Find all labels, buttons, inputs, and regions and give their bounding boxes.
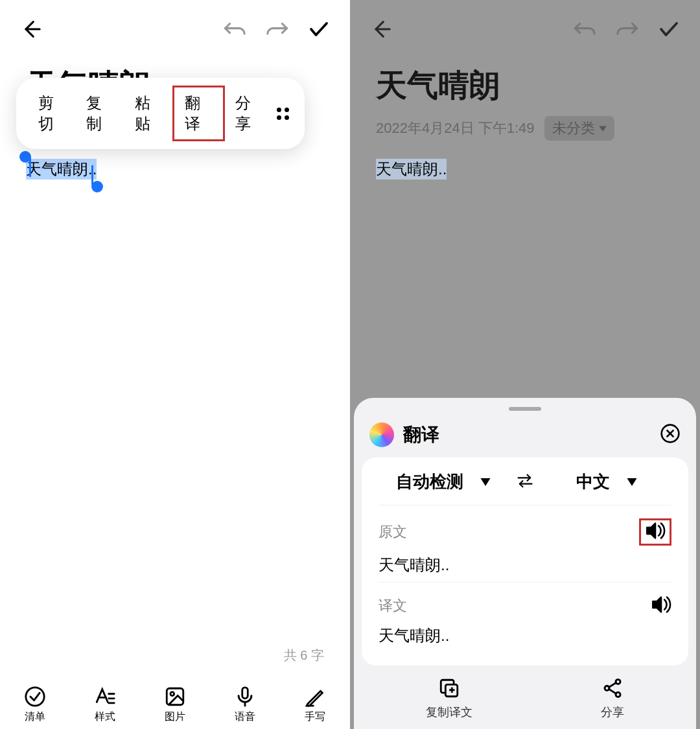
translated-section: 译文 天气晴朗.. <box>379 583 671 653</box>
text-context-menu: 剪切 复制 粘贴 翻译 分享 <box>16 78 305 149</box>
svg-marker-17 <box>481 478 491 486</box>
menu-translate[interactable]: 翻译 <box>172 86 224 141</box>
menu-copy[interactable]: 复制 <box>76 87 124 139</box>
confirm-icon[interactable] <box>657 17 681 41</box>
undo-icon[interactable] <box>574 21 596 38</box>
topbar <box>350 0 700 58</box>
chevron-down-icon <box>480 478 491 486</box>
toolbar-image[interactable]: 图片 <box>164 686 186 724</box>
selected-text[interactable]: 天气晴朗.. <box>376 159 447 179</box>
svg-marker-20 <box>627 478 637 486</box>
toolbar-checklist[interactable]: 清单 <box>24 686 46 724</box>
translate-card: 自动检测 中文 原文 天气晴朗.. <box>362 457 688 665</box>
note-title[interactable]: 天气晴朗 <box>350 65 700 106</box>
svg-point-2 <box>26 688 44 706</box>
target-language-select[interactable]: 中文 <box>542 470 671 493</box>
category-chip[interactable]: 未分类 <box>544 116 614 141</box>
translated-text: 天气晴朗.. <box>379 625 671 646</box>
copy-translation-button[interactable]: 复制译文 <box>426 677 472 720</box>
back-icon[interactable] <box>369 18 391 40</box>
translate-panel: 翻译 自动检测 中文 原文 <box>354 398 696 729</box>
panel-actions: 复制译文 分享 <box>362 665 688 729</box>
swap-icon[interactable] <box>508 473 542 491</box>
confirm-icon[interactable] <box>307 17 331 41</box>
svg-marker-21 <box>647 524 655 538</box>
screen-translate-panel: 天气晴朗 2022年4月24日 下午1:49 未分类 天气晴朗.. 翻译 自动检… <box>350 0 700 729</box>
screen-notes-editor: 天气晴朗 2022年4月24日 下午1:49 未分类 天气晴朗.. 剪切 复制 … <box>0 0 350 729</box>
word-count: 共 6 字 <box>284 647 324 664</box>
original-section: 原文 天气晴朗.. <box>379 505 671 582</box>
topbar <box>0 0 350 58</box>
note-body[interactable]: 天气晴朗.. <box>0 159 350 179</box>
panel-header: 翻译 <box>354 419 696 457</box>
chevron-down-icon <box>627 478 637 486</box>
svg-point-8 <box>170 692 174 696</box>
redo-icon[interactable] <box>616 21 638 38</box>
menu-share[interactable]: 分享 <box>225 87 273 139</box>
selection-handle-end[interactable] <box>91 181 103 192</box>
svg-rect-7 <box>167 688 183 705</box>
speak-translated-icon[interactable] <box>651 596 671 616</box>
selection-handle-start[interactable] <box>19 151 31 163</box>
bottom-toolbar: 清单 样式 图片 语音 手写 <box>0 678 350 729</box>
share-translation-button[interactable]: 分享 <box>601 677 624 720</box>
svg-rect-9 <box>242 688 248 699</box>
menu-cut[interactable]: 剪切 <box>28 87 76 139</box>
toolbar-voice[interactable]: 语音 <box>234 686 256 724</box>
menu-paste[interactable]: 粘贴 <box>124 87 172 139</box>
toolbar-style[interactable]: 样式 <box>94 686 116 724</box>
toolbar-handwrite[interactable]: 手写 <box>304 686 326 724</box>
speak-original-icon[interactable] <box>639 518 671 546</box>
back-icon[interactable] <box>19 18 41 40</box>
language-row: 自动检测 中文 <box>379 470 671 505</box>
undo-icon[interactable] <box>224 21 246 38</box>
svg-marker-13 <box>599 126 607 131</box>
drag-handle[interactable] <box>509 407 541 411</box>
original-label: 原文 <box>379 522 407 542</box>
panel-title: 翻译 <box>403 422 651 447</box>
note-body[interactable]: 天气晴朗.. <box>350 159 700 179</box>
close-icon[interactable] <box>660 423 681 446</box>
svg-marker-22 <box>653 597 661 612</box>
note-date: 2022年4月24日 下午1:49 <box>376 119 535 138</box>
original-text: 天气晴朗.. <box>379 555 671 575</box>
menu-more-icon[interactable] <box>273 104 293 124</box>
date-row: 2022年4月24日 下午1:49 未分类 <box>350 116 700 141</box>
translate-logo-icon <box>369 422 394 447</box>
translated-label: 译文 <box>379 596 407 616</box>
svg-line-31 <box>609 689 616 693</box>
redo-icon[interactable] <box>266 21 288 38</box>
selected-text[interactable]: 天气晴朗.. <box>26 159 97 179</box>
svg-line-30 <box>609 683 616 688</box>
source-language-select[interactable]: 自动检测 <box>379 470 508 493</box>
